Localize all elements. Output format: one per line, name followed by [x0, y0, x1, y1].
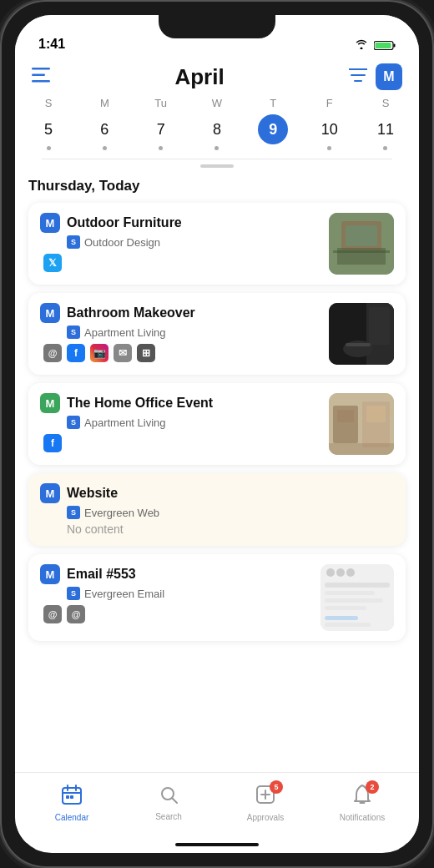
- at-icon-1[interactable]: @: [43, 344, 62, 362]
- calendar-nav-icon: [61, 784, 83, 810]
- status-time: 1:41: [38, 37, 65, 52]
- status-bar: 1:41: [15, 15, 419, 57]
- svg-point-27: [336, 568, 345, 577]
- card-source-office: S Apartment Living: [67, 416, 322, 429]
- approvals-nav-icon: 5: [255, 784, 276, 810]
- m-icon-email: M: [40, 564, 60, 584]
- date-num-9: 9: [258, 114, 288, 144]
- nav-item-notifications[interactable]: 2 Notifications: [337, 784, 387, 822]
- at-icon-email-1[interactable]: @: [43, 605, 62, 623]
- phone-screen: 1:41: [15, 15, 419, 853]
- event-card-bathroom-makeover[interactable]: M Bathroom Makeover S Apartment Living @…: [28, 293, 406, 375]
- nav-item-approvals[interactable]: 5 Approvals: [240, 784, 290, 822]
- card-source-name-email: Evergreen Email: [84, 588, 164, 600]
- svg-rect-30: [325, 591, 375, 595]
- card-title-row: M Website: [40, 483, 394, 503]
- date-cell-9[interactable]: 9: [253, 114, 293, 150]
- card-social-icons-office: f: [43, 434, 322, 452]
- date-dot-9: [271, 146, 275, 150]
- home-indicator: [175, 843, 259, 846]
- no-content-text: No content: [67, 522, 394, 536]
- notch: [159, 15, 275, 38]
- card-source-name-bathroom: Apartment Living: [84, 326, 166, 339]
- facebook-icon-office[interactable]: f: [43, 434, 62, 452]
- svg-rect-32: [325, 606, 366, 610]
- weekday-w: W: [197, 97, 237, 109]
- card-title-row: M Outdoor Furniture: [40, 213, 322, 233]
- status-icons: [354, 38, 396, 52]
- card-thumb-office: [329, 393, 394, 455]
- svg-rect-40: [70, 795, 73, 799]
- content-area: Thursday, Today M Outdoor Furniture S Ou…: [15, 168, 419, 772]
- m-icon-outdoor: M: [40, 213, 60, 233]
- at-icon-email-2[interactable]: @: [67, 605, 85, 623]
- weekday-tu: Tu: [141, 97, 181, 109]
- m-icon-bathroom: M: [40, 303, 60, 323]
- event-card-email-553[interactable]: M Email #553 S Evergreen Email @ @: [28, 554, 406, 641]
- weekday-t: T: [253, 97, 293, 109]
- date-num-7: 7: [146, 114, 176, 144]
- svg-rect-2: [394, 43, 396, 47]
- menu-icon[interactable]: [32, 68, 50, 87]
- event-card-website[interactable]: M Website S Evergreen Web No content: [28, 473, 406, 546]
- approvals-badge: 5: [270, 780, 283, 794]
- instagram-icon[interactable]: 📷: [90, 344, 108, 362]
- svg-rect-29: [325, 583, 390, 588]
- date-num-8: 8: [202, 114, 232, 144]
- app-header: April M: [15, 57, 419, 93]
- svg-rect-13: [333, 250, 390, 253]
- date-cell-10[interactable]: 10: [310, 114, 350, 150]
- card-title-outdoor: Outdoor Furniture: [67, 215, 182, 230]
- date-num-6: 6: [89, 114, 119, 144]
- card-social-icons-outdoor: 𝕏: [43, 254, 322, 272]
- header-actions: M: [349, 63, 402, 90]
- svg-rect-39: [66, 795, 69, 799]
- facebook-icon[interactable]: f: [67, 344, 85, 362]
- date-cell-7[interactable]: 7: [141, 114, 181, 150]
- svg-point-26: [326, 568, 335, 577]
- card-title-row: M Bathroom Makeover: [40, 303, 322, 323]
- card-thumb-bathroom: [329, 303, 394, 365]
- date-dot-7: [159, 146, 163, 150]
- search-nav-icon: [159, 785, 179, 810]
- svg-rect-5: [32, 80, 50, 83]
- date-cell-8[interactable]: 8: [197, 114, 237, 150]
- weekday-s2: S: [366, 97, 406, 109]
- email-icon[interactable]: ✉: [114, 344, 132, 362]
- card-header: M Outdoor Furniture S Outdoor Design 𝕏: [40, 213, 394, 275]
- battery-icon: [374, 40, 396, 51]
- notifications-badge: 2: [366, 780, 379, 794]
- grid-icon[interactable]: ⊞: [137, 344, 155, 362]
- date-cell-6[interactable]: 6: [84, 114, 124, 150]
- svg-rect-34: [325, 623, 371, 627]
- weekday-s1: S: [28, 97, 68, 109]
- date-num-10: 10: [315, 114, 345, 144]
- card-source-bathroom: S Apartment Living: [67, 326, 322, 339]
- date-num-5: 5: [33, 114, 63, 144]
- s-icon-bathroom: S: [67, 326, 80, 339]
- date-cell-5[interactable]: 5: [28, 114, 68, 150]
- card-left: M Email #553 S Evergreen Email @ @: [40, 564, 314, 623]
- wifi-icon: [354, 38, 369, 52]
- date-cell-11[interactable]: 11: [366, 114, 406, 150]
- filter-icon[interactable]: [349, 68, 367, 86]
- event-card-outdoor-furniture[interactable]: M Outdoor Furniture S Outdoor Design 𝕏: [28, 203, 406, 285]
- calendar-nav-label: Calendar: [55, 813, 89, 822]
- nav-item-search[interactable]: Search: [144, 785, 194, 821]
- m-icon-office: M: [40, 393, 60, 413]
- svg-rect-21: [337, 410, 354, 422]
- m-badge-button[interactable]: M: [376, 63, 402, 90]
- date-dot-11: [383, 146, 387, 150]
- weekdays-row: S M Tu W T F S: [28, 97, 406, 109]
- page-title: April: [174, 64, 224, 90]
- bottom-nav: Calendar Search 5: [15, 772, 419, 843]
- card-header: M Website S Evergreen Web No content: [40, 483, 394, 536]
- twitter-icon[interactable]: 𝕏: [43, 254, 62, 272]
- card-source-name-office: Apartment Living: [84, 416, 166, 429]
- svg-rect-31: [325, 598, 383, 603]
- card-left: M Outdoor Furniture S Outdoor Design 𝕏: [40, 213, 322, 272]
- svg-rect-18: [346, 343, 371, 346]
- event-card-home-office[interactable]: M The Home Office Event S Apartment Livi…: [28, 383, 406, 465]
- card-thumb-outdoor: [329, 213, 394, 275]
- nav-item-calendar[interactable]: Calendar: [47, 784, 97, 822]
